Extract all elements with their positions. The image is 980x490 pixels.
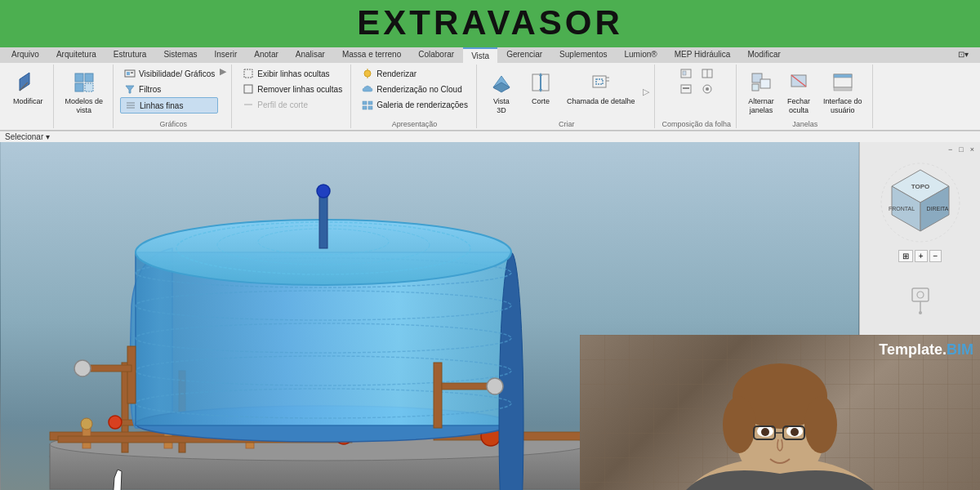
hidden-btns: Exibir linhas ocultas Remover linhas ocu… — [238, 66, 345, 112]
modify-icon — [15, 69, 41, 96]
svg-point-108 — [761, 428, 769, 436]
tab-sistemas[interactable]: Sistemas — [155, 47, 205, 63]
remover-linhas-button[interactable]: Remover linhas ocultas — [238, 82, 345, 96]
svg-rect-42 — [752, 84, 759, 91]
svg-rect-20 — [368, 101, 372, 105]
svg-marker-0 — [20, 73, 29, 91]
svg-point-39 — [706, 87, 709, 91]
svg-rect-5 — [85, 83, 93, 91]
vista3d-label: Vista3D — [493, 97, 510, 115]
vista3d-icon — [488, 69, 514, 96]
renderizacao-cloud-button[interactable]: Renderização no Cloud — [358, 82, 471, 96]
modelos-vista-button[interactable]: Modelos devista — [60, 66, 109, 118]
composicao-btn3[interactable] — [697, 66, 717, 81]
interface-label: Interface dousuário — [823, 97, 862, 115]
svg-rect-22 — [368, 106, 372, 109]
galeria-button[interactable]: Galeria de renderizações — [358, 97, 471, 112]
ribbon-group-modificar: Modificar — [3, 65, 54, 128]
chamada-button[interactable]: Chamada de detalhe — [562, 66, 640, 109]
tab-arquitetura[interactable]: Arquitetura — [48, 47, 105, 63]
janelas-label: Janelas — [792, 120, 817, 128]
title-banner: EXTRAVASOR — [0, 0, 980, 47]
bim-text: BIM — [947, 341, 973, 358]
svg-rect-3 — [85, 74, 93, 82]
vista3d-button[interactable]: Vista3D — [483, 66, 519, 118]
svg-rect-28 — [593, 76, 606, 87]
remover-linhas-icon — [242, 82, 255, 96]
tab-gerenciar[interactable]: Gerenciar — [498, 47, 550, 63]
tab-inserir[interactable]: Inserir — [207, 47, 246, 63]
criar-expand-icon[interactable]: ▷ — [643, 87, 649, 97]
zoom-out-button[interactable]: − — [929, 250, 942, 262]
corte-label: Corte — [532, 97, 550, 106]
svg-rect-35 — [683, 87, 689, 89]
corte-icon — [528, 69, 554, 96]
viewport-area: − □ × TOPO FRONTAL DIREITA — [0, 142, 980, 490]
modify-label: Modificar — [13, 97, 43, 106]
exibir-linhas-icon — [242, 67, 255, 80]
renderizacao-cloud-label: Renderização no Cloud — [376, 85, 462, 94]
perfil-corte-button[interactable]: Perfil de corte — [238, 97, 345, 112]
renderizar-label: Renderizar — [376, 69, 416, 78]
svg-rect-85 — [127, 346, 136, 403]
renderizar-icon — [361, 67, 374, 80]
camera-widget — [908, 282, 933, 316]
tab-arquivo[interactable]: Arquivo — [3, 47, 47, 63]
criar-label: Criar — [559, 120, 575, 128]
linhas-finas-label: Linhas finas — [140, 101, 183, 110]
ribbon-group-criar: Vista3D Corte — [479, 65, 656, 128]
tab-suplementos[interactable]: Suplementos — [551, 47, 615, 63]
composicao-label: Composição da folha — [662, 120, 731, 128]
zoom-in-button[interactable]: + — [915, 250, 928, 262]
ribbon-content: Modificar Modelos devista — [0, 63, 980, 130]
interface-icon — [830, 69, 856, 96]
nav-controls: ⊞ + − — [898, 250, 942, 316]
svg-rect-14 — [244, 85, 252, 93]
tab-modificar[interactable]: Modificar — [739, 47, 789, 63]
zoom-fit-button[interactable]: ⊞ — [898, 250, 913, 262]
tab-lumion[interactable]: Lumion® — [616, 47, 665, 63]
graficos-label: Gráficos — [159, 120, 187, 128]
fechar-button[interactable]: Fecharoculta — [781, 66, 817, 118]
tab-massa[interactable]: Massa e terreno — [334, 47, 409, 63]
tab-analisar[interactable]: Analisar — [287, 47, 333, 63]
svg-rect-96 — [912, 288, 929, 301]
svg-rect-41 — [760, 79, 770, 88]
composicao-btn2[interactable] — [676, 82, 696, 96]
composicao-btn1[interactable] — [676, 66, 696, 81]
tab-extra[interactable]: ⊡▾ — [950, 47, 977, 63]
ribbon-group-apresentacao: Renderizar Renderização no Cloud — [353, 65, 477, 128]
graficos-expand-icon[interactable]: ▶ — [220, 66, 226, 77]
tab-vista[interactable]: Vista — [463, 47, 497, 63]
galeria-label: Galeria de renderizações — [376, 100, 468, 109]
visibilidade-button[interactable]: Visibilidade/ Gráficos — [120, 66, 218, 81]
tab-colaborar[interactable]: Colaborar — [410, 47, 462, 63]
renderizacao-cloud-icon — [361, 82, 374, 96]
exibir-linhas-button[interactable]: Exibir linhas ocultas — [238, 66, 345, 81]
corte-button[interactable]: Corte — [523, 66, 559, 109]
renderizar-button[interactable]: Renderizar — [358, 66, 471, 81]
chamada-icon — [588, 69, 614, 96]
minimize-button[interactable]: − — [946, 145, 955, 154]
tab-mep[interactable]: MEP Hidráulica — [666, 47, 739, 63]
restore-button[interactable]: □ — [956, 145, 965, 154]
modify-button[interactable]: Modificar — [8, 66, 48, 109]
interface-button[interactable]: Interface dousuário — [818, 66, 867, 118]
ribbon-group-janelas: Alternarjanelas Fecharoculta — [738, 65, 873, 128]
svg-rect-21 — [363, 106, 367, 109]
filtros-button[interactable]: Filtros — [120, 82, 218, 96]
svg-point-16 — [364, 70, 371, 77]
tab-anotar[interactable]: Anotar — [246, 47, 286, 63]
alternar-button[interactable]: Alternarjanelas — [743, 66, 779, 118]
svg-text:DIREITA: DIREITA — [926, 206, 948, 212]
ribbon-tabs: Arquivo Arquitetura Estrutura Sistemas I… — [0, 47, 980, 63]
selecionar-dropdown[interactable]: Selecionar ▾ — [5, 132, 50, 141]
svg-point-84 — [487, 378, 503, 394]
svg-point-99 — [919, 311, 922, 314]
close-panel-button[interactable]: × — [968, 145, 977, 154]
linhas-finas-button[interactable]: Linhas finas — [120, 97, 218, 114]
composicao-btn4[interactable] — [697, 82, 717, 96]
svg-text:TOPO: TOPO — [911, 183, 929, 190]
viewcube-container[interactable]: TOPO FRONTAL DIREITA — [875, 162, 965, 243]
tab-estrutura[interactable]: Estrutura — [105, 47, 155, 63]
